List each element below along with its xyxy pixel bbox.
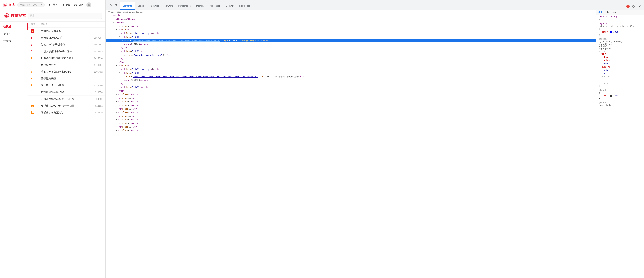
toggle-arrow[interactable]	[116, 28, 118, 31]
tab-network[interactable]: Network	[162, 2, 176, 9]
user-avatar-nav[interactable]	[86, 2, 92, 7]
styles-tab-hov[interactable]: :hov	[607, 10, 611, 14]
inspect-element-button[interactable]	[109, 3, 114, 7]
tree-node[interactable]: </td>	[106, 82, 596, 85]
nav-item-home[interactable]: 首页	[49, 3, 58, 7]
tree-node[interactable]: <a href =" /weibo?q=%23%E5%A7%91%E5%A7%9…	[106, 75, 596, 78]
tree-node[interactable]: </td>	[106, 46, 596, 50]
tab-application[interactable]: Application	[207, 2, 223, 9]
color-swatch[interactable]	[610, 31, 612, 33]
devtools-settings-button[interactable]	[631, 4, 636, 9]
tree-node[interactable]: <td class="td-02">	[106, 71, 596, 75]
tree-node[interactable]: <span>1661153</span>	[106, 78, 596, 82]
toggle-arrow[interactable]	[116, 25, 118, 27]
tree-node[interactable]: <tr class=…></tr>	[106, 24, 596, 28]
tree-node[interactable]: <tr class=…></tr>	[106, 111, 596, 114]
trending-row[interactable]: 1 金希澈MOMO分手 2957264	[28, 34, 105, 41]
trending-row[interactable]: 6 滴滴官网下架滴滴出行App 1195702	[28, 68, 105, 75]
toggle-arrow[interactable]	[116, 93, 118, 96]
tree-node[interactable]: <tr class=…></tr>	[106, 103, 596, 107]
color-swatch-a[interactable]	[610, 95, 612, 97]
tree-node[interactable]: <tr class>	[106, 64, 596, 68]
tree-node[interactable]: <td class="td-03">	[106, 50, 596, 53]
trending-row[interactable]: 8 你打疫苗换跑腿了吗 916258	[28, 89, 105, 96]
style-brace: }	[599, 18, 643, 20]
toggle-arrow[interactable]	[116, 125, 118, 128]
trending-row[interactable]: 11 零钱起步价涨至2元 520229	[28, 109, 105, 116]
tree-node[interactable]: <tr class=…></tr>	[106, 107, 596, 111]
toggle-arrow[interactable]	[119, 50, 121, 52]
tree-node[interactable]: <tr class=…></tr>	[106, 100, 596, 103]
tab-console[interactable]: Console	[135, 2, 148, 9]
nav-item-video[interactable]: 视频	[61, 3, 70, 7]
tab-sources[interactable]: Sources	[148, 2, 162, 9]
toggle-arrow[interactable]	[113, 17, 116, 20]
tab-lighthouse[interactable]: Lighthouse	[236, 2, 253, 9]
tree-node[interactable]: <td class="td-01 ranktop">1</td>	[106, 32, 596, 35]
tree-node-selected[interactable]: … <a href =" /weibo?q=%23%E9%87%91%E5%B8…	[106, 39, 596, 42]
device-toggle-button[interactable]	[114, 3, 119, 7]
trending-row[interactable]: 静静让你美丽	[28, 75, 105, 82]
tree-node[interactable]: <tr class=…></tr>	[106, 121, 596, 125]
tree-node[interactable]: div class="data-id pi_top_r…	[106, 10, 596, 14]
nav-item-discover[interactable]: 发现	[74, 3, 83, 7]
tree-node[interactable]: <table>	[106, 14, 596, 17]
tree-node[interactable]: <td class="td-03"></td>	[106, 86, 596, 89]
tree-node[interactable]: <tr class=…></tr>	[106, 129, 596, 132]
toggle-arrow[interactable]	[110, 14, 113, 17]
tree-node[interactable]: </tr>	[106, 60, 596, 64]
tree-node[interactable]: <td class="td-01 ranktop">2</td>	[106, 68, 596, 71]
tab-performance[interactable]: Performance	[175, 2, 193, 9]
trending-row[interactable]: 5 焦恩俊女装照 1414934	[28, 62, 105, 68]
tab-elements[interactable]: Elements	[120, 2, 135, 9]
toggle-arrow[interactable]	[119, 35, 121, 38]
toggle-arrow[interactable]	[119, 71, 121, 74]
tree-node[interactable]: <td class="td-02">	[106, 35, 596, 39]
trending-row[interactable]: 10 夏季建议1至2小时换一次口罩 612151	[28, 102, 105, 109]
trending-row[interactable]: 3 同济大学拟退学10名研究生 1426209	[28, 48, 105, 55]
tree-node[interactable]: <thead>…</thead>	[106, 17, 596, 21]
toggle-arrow[interactable]	[116, 111, 118, 114]
toggle-arrow[interactable]	[116, 64, 118, 67]
tab-memory[interactable]: Memory	[194, 2, 207, 9]
tree-node[interactable]: <tbody>	[106, 21, 596, 24]
trending-row[interactable]: 🔥 大时代需要大格局	[28, 27, 105, 34]
sidebar-item-news[interactable]: 要闻榜	[0, 30, 28, 37]
tree-node[interactable]: <tr class=…></tr>	[106, 96, 596, 100]
sidebar-item-friends[interactable]: 好友搜	[0, 37, 28, 45]
heat-count: 1426209	[94, 50, 102, 53]
tree-node[interactable]: <tr class=…></tr>	[106, 93, 596, 96]
styles-tab-cls[interactable]: .cls	[613, 10, 616, 14]
tree-node[interactable]: <tr class>	[106, 28, 596, 32]
styles-tab-styles[interactable]: Styles	[598, 10, 604, 14]
toggle-arrow[interactable]	[116, 129, 118, 132]
tree-node[interactable]: </td>	[106, 57, 596, 60]
toggle-arrow[interactable]	[116, 107, 118, 110]
tree-node[interactable]: <tr class=…></tr>	[106, 118, 596, 121]
toggle-arrow[interactable]	[108, 10, 111, 13]
toggle-arrow[interactable]	[116, 122, 118, 124]
toggle-arrow[interactable]	[116, 100, 118, 103]
node-content: <td class="td-02">	[121, 71, 142, 75]
toggle-arrow[interactable]	[116, 96, 118, 99]
tree-node[interactable]: <span>2957264</span>	[106, 42, 596, 46]
toggle-arrow[interactable]	[116, 115, 118, 117]
weibo-top-search[interactable]: 大家正在搜: 云南...	[17, 2, 44, 7]
tree-node[interactable]: </tr>	[106, 89, 596, 93]
tree-node[interactable]: <tr class=…></tr>	[106, 125, 596, 129]
elements-tree[interactable]: div class="data-id pi_top_r… <table>	[106, 10, 596, 278]
trending-row[interactable]: 4 杜海涛合肥火锅店被责令停业 1425514	[28, 55, 105, 62]
tree-node[interactable]: <i class="icon-txt icon-txt-new">新</i>	[106, 53, 596, 57]
trending-row[interactable]: 2 姑姑带7个孩子过暑假 1661153	[28, 41, 105, 48]
tree-node[interactable]: <tr class=…></tr>	[106, 114, 596, 118]
heat-count: 1174890	[94, 84, 102, 87]
devtools-close-button[interactable]	[637, 4, 642, 9]
toggle-arrow[interactable]	[113, 21, 116, 24]
trending-row[interactable]: 7 海地第一夫人还活着 1174890	[28, 82, 105, 89]
weibo-search-input[interactable]: 搜索	[28, 12, 102, 19]
toggle-arrow[interactable]	[116, 118, 118, 121]
toggle-arrow[interactable]	[116, 104, 118, 106]
tab-security[interactable]: Security	[223, 2, 236, 9]
sidebar-item-trending[interactable]: 热搜榜	[0, 23, 28, 30]
trending-row[interactable]: 9 涉嫌暗杀海地总统者已被拘留 790899	[28, 96, 105, 102]
